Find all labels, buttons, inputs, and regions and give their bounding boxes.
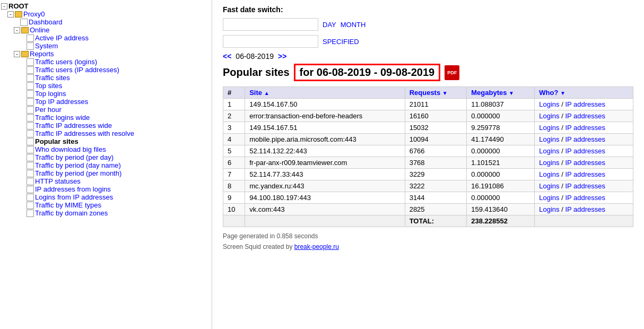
requests-sort-link[interactable]: Requests ▼	[410, 89, 448, 97]
page-icon-7	[27, 114, 34, 122]
logins-link[interactable]: Logins	[539, 135, 559, 143]
ip-addresses-link[interactable]: IP addresses	[565, 170, 605, 178]
report-item-label-2[interactable]: Traffic sites	[35, 74, 70, 82]
root-expand[interactable]: -	[1, 3, 7, 10]
sidebar-item-11: Who download big files	[0, 145, 212, 153]
report-item-label-8[interactable]: Traffic IP addresses wide	[35, 122, 112, 129]
logins-link[interactable]: Logins	[539, 182, 559, 190]
cell-requests: 10094	[405, 134, 467, 145]
report-item-label-15[interactable]: HTTP statuses	[35, 177, 81, 185]
report-item-label-19[interactable]: Traffic by domain zones	[35, 209, 108, 217]
cell-requests: 16160	[405, 110, 467, 122]
report-item-label-14[interactable]: Traffic by period (per month)	[35, 169, 121, 177]
page-icon-10	[27, 138, 34, 145]
page-icon-18	[27, 202, 34, 209]
site-sort-link[interactable]: Site ▲	[249, 89, 269, 97]
table-row: 994.100.180.197:44331440.000000Logins / …	[223, 192, 633, 204]
fast-date-switch-label: Fast date switch:	[223, 5, 633, 14]
page-icon-8	[27, 122, 34, 129]
who-sort-arrow: ▼	[560, 90, 565, 96]
cell-site: 94.100.180.197:443	[245, 192, 405, 204]
specified-date-input[interactable]	[223, 35, 318, 48]
megabytes-sort-arrow: ▼	[509, 90, 514, 96]
footer-link[interactable]: break-people.ru	[294, 243, 339, 250]
sidebar-item-14: Traffic by period (per month)	[0, 169, 212, 177]
cell-megabytes: 0.000000	[467, 110, 535, 122]
page-icon-1	[27, 66, 34, 74]
who-sort-link[interactable]: Who? ▼	[539, 89, 565, 97]
day-date-input[interactable]	[223, 18, 318, 31]
month-link[interactable]: MONTH	[341, 21, 366, 29]
cell-who: Logins / IP addresses	[535, 134, 633, 145]
system-label[interactable]: System	[35, 42, 58, 50]
day-link[interactable]: DAY	[323, 21, 336, 29]
cell-megabytes: 0.000000	[467, 192, 535, 204]
activeip-label[interactable]: Active IP address	[35, 34, 89, 42]
ip-addresses-link[interactable]: IP addresses	[565, 135, 605, 143]
specified-link[interactable]: SPECIFIED	[323, 38, 359, 46]
sidebar-item-13: Traffic by period (day name)	[0, 161, 212, 169]
logins-link[interactable]: Logins	[539, 100, 559, 108]
cell-num: 9	[223, 192, 245, 204]
report-item-label-18[interactable]: Traffic by MIME types	[35, 201, 101, 209]
report-item-label-12[interactable]: Traffic by period (per day)	[35, 153, 114, 161]
megabytes-sort-link[interactable]: Megabytes ▼	[471, 89, 514, 97]
cell-site: vk.com:443	[245, 204, 405, 215]
cell-num: 3	[223, 122, 245, 134]
logins-link[interactable]: Logins	[539, 170, 559, 178]
report-item-label-13[interactable]: Traffic by period (day name)	[35, 161, 121, 169]
ip-addresses-link[interactable]: IP addresses	[565, 112, 605, 120]
col-site: Site ▲	[245, 87, 405, 99]
ip-addresses-link[interactable]: IP addresses	[565, 124, 605, 132]
col-megabytes: Megabytes ▼	[467, 87, 535, 99]
report-item-label-1[interactable]: Traffic users (IP addresses)	[35, 66, 119, 74]
cell-requests: 2825	[405, 204, 467, 215]
reports-label[interactable]: Reports	[30, 50, 54, 58]
report-item-label-16[interactable]: IP addresses from logins	[35, 185, 111, 193]
logins-link[interactable]: Logins	[539, 112, 559, 120]
report-item-label-11[interactable]: Who download big files	[35, 145, 106, 153]
report-item-label-0[interactable]: Traffic users (logins)	[35, 58, 97, 66]
report-item-label-10[interactable]: Popular sites	[35, 137, 79, 145]
logins-link[interactable]: Logins	[539, 159, 559, 167]
page-footer-credit: Screen Squid created by break-people.ru	[223, 243, 633, 250]
proxy-label[interactable]: Proxy0	[23, 10, 45, 18]
ip-addresses-link[interactable]: IP addresses	[565, 159, 605, 167]
ip-addresses-link[interactable]: IP addresses	[565, 194, 605, 202]
logins-link[interactable]: Logins	[539, 147, 559, 155]
report-item-label-6[interactable]: Per hour	[35, 106, 62, 114]
online-label[interactable]: Online	[30, 26, 50, 34]
cell-num: 10	[223, 204, 245, 215]
ip-addresses-link[interactable]: IP addresses	[565, 147, 605, 155]
pdf-icon[interactable]: PDF	[445, 65, 459, 80]
proxy-expand[interactable]: -	[7, 11, 14, 18]
report-item-label-4[interactable]: Top logins	[35, 90, 66, 98]
sidebar-item-17: Logins from IP addresses	[0, 193, 212, 201]
dashboard-label[interactable]: Dashboard	[29, 18, 63, 26]
ip-addresses-link[interactable]: IP addresses	[565, 205, 605, 213]
dashboard-page-icon	[20, 19, 28, 26]
report-item-label-5[interactable]: Top IP addresses	[35, 98, 88, 106]
logins-link[interactable]: Logins	[539, 205, 559, 213]
page-icon-4	[27, 90, 34, 98]
nav-next[interactable]: >>	[278, 52, 286, 60]
nav-prev[interactable]: <<	[223, 52, 231, 60]
table-row: 10vk.com:4432825159.413640Logins / IP ad…	[223, 204, 633, 215]
logins-link[interactable]: Logins	[539, 194, 559, 202]
report-item-label-3[interactable]: Top sites	[35, 82, 62, 90]
page-icon-5	[27, 98, 34, 106]
cell-who: Logins / IP addresses	[535, 99, 633, 110]
logins-link[interactable]: Logins	[539, 124, 559, 132]
reports-expand[interactable]: -	[14, 51, 20, 57]
page-icon-15	[27, 178, 34, 185]
cell-who: Logins / IP addresses	[535, 192, 633, 204]
ip-addresses-link[interactable]: IP addresses	[565, 100, 605, 108]
online-expand[interactable]: -	[14, 27, 20, 33]
cell-megabytes: 16.191086	[467, 180, 535, 192]
ip-addresses-link[interactable]: IP addresses	[565, 182, 605, 190]
report-item-label-17[interactable]: Logins from IP addresses	[35, 193, 113, 201]
page-title-row: Popular sites for 06-08-2019 - 09-08-201…	[223, 64, 633, 81]
cell-megabytes: 41.174490	[467, 134, 535, 145]
report-item-label-7[interactable]: Traffic logins wide	[35, 114, 90, 122]
report-item-label-9[interactable]: Traffic IP addresses with resolve	[35, 129, 134, 137]
